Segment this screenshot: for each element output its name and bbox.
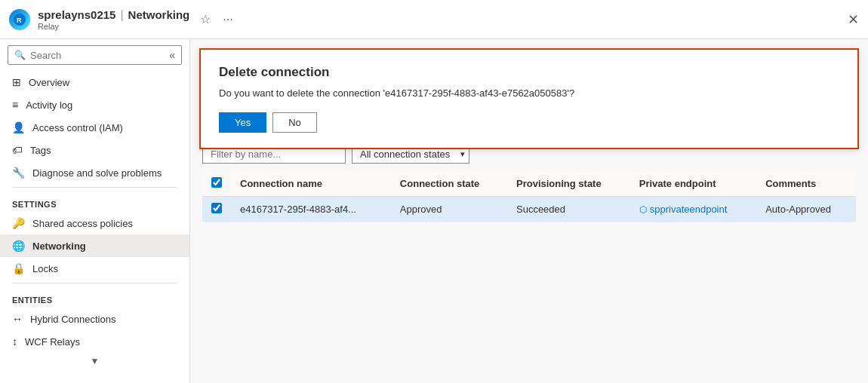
sidebar-item-hybrid-connections[interactable]: ↔ Hybrid Connections (0, 308, 189, 330)
select-all-checkbox-th[interactable] (202, 171, 231, 197)
tags-icon: 🏷 (12, 144, 23, 156)
star-button[interactable]: ☆ (197, 11, 214, 28)
search-input[interactable] (30, 50, 169, 61)
locks-label: Locks (32, 263, 58, 274)
sidebar-item-activity-log[interactable]: ≡ Activity log (0, 93, 189, 116)
sidebar-item-networking[interactable]: 🌐 Networking (0, 234, 189, 257)
entities-section-label: Entities (0, 286, 189, 308)
yes-button[interactable]: Yes (219, 112, 266, 133)
shared-access-icon: 🔑 (12, 217, 25, 229)
networking-icon: 🌐 (12, 240, 25, 252)
dialog-title: Delete connection (219, 65, 839, 80)
tags-label: Tags (30, 145, 51, 156)
connections-table: Connection name Connection state Provisi… (202, 171, 856, 222)
title-separator: | (120, 8, 123, 22)
shared-access-label: Shared access policies (32, 218, 133, 229)
sidebar-item-shared-access[interactable]: 🔑 Shared access policies (0, 212, 189, 234)
wcf-relays-label: WCF Relays (25, 336, 80, 348)
title-actions: ☆ ··· (197, 11, 235, 28)
networking-label: Networking (32, 241, 86, 252)
more-button[interactable]: ··· (220, 11, 235, 28)
settings-section-label: Settings (0, 191, 189, 212)
sidebar-item-access-control[interactable]: 👤 Access control (IAM) (0, 116, 189, 139)
table-header: Connection name Connection state Provisi… (202, 171, 856, 197)
sidebar-item-overview[interactable]: ⊞ Overview (0, 71, 189, 93)
sidebar-item-tags[interactable]: 🏷 Tags (0, 139, 189, 161)
delete-dialog: Delete connection Do you want to delete … (199, 48, 859, 149)
no-button[interactable]: No (272, 112, 317, 133)
th-private-endpoint: Private endpoint (630, 171, 756, 197)
search-icon: 🔍 (14, 50, 26, 60)
title-bar-text-wrap: sprelayns0215 | Networking Relay (38, 8, 189, 31)
sidebar: 🔍 « ⊞ Overview ≡ Activity log 👤 Access c… (0, 39, 190, 383)
th-connection-name: Connection name (231, 171, 391, 197)
close-button[interactable]: ✕ (848, 11, 859, 28)
row-private-endpoint[interactable]: ⬡ spprivateendpoint (630, 197, 756, 222)
row-connection-name: e4167317-295f-4883-af4... (231, 197, 391, 222)
entities-divider (12, 283, 177, 283)
collapse-icon[interactable]: « (169, 49, 175, 61)
endpoint-link[interactable]: ⬡ spprivateendpoint (639, 204, 747, 215)
overview-icon: ⊞ (12, 76, 21, 88)
resource-icon: R (9, 9, 30, 30)
th-comments: Comments (756, 171, 856, 197)
select-all-checkbox[interactable] (211, 177, 222, 188)
diagnose-label: Diagnose and solve problems (32, 167, 162, 179)
row-provisioning-state: Succeeded (507, 197, 630, 222)
row-connection-state: Approved (391, 197, 507, 222)
page-name: Networking (128, 8, 190, 21)
locks-icon: 🔒 (12, 262, 25, 274)
table-row[interactable]: e4167317-295f-4883-af4... Approved Succe… (202, 197, 856, 222)
sidebar-item-locks[interactable]: 🔒 Locks (0, 257, 189, 280)
resource-name: sprelayns0215 (38, 8, 115, 21)
dialog-message: Do you want to delete the connection 'e4… (219, 87, 839, 99)
row-checkbox-cell[interactable] (202, 197, 231, 222)
activity-log-icon: ≡ (12, 99, 18, 111)
content-area: Delete connection Do you want to delete … (190, 39, 868, 383)
access-control-label: Access control (IAM) (32, 122, 123, 133)
overview-label: Overview (29, 77, 69, 88)
scroll-down-arrow: ▼ (0, 353, 189, 369)
table-body: e4167317-295f-4883-af4... Approved Succe… (202, 197, 856, 222)
sidebar-item-wcf-relays[interactable]: ↕ WCF Relays (0, 330, 189, 353)
table-header-row: Connection name Connection state Provisi… (202, 171, 856, 197)
row-comments: Auto-Approved (756, 197, 856, 222)
row-checkbox[interactable] (211, 203, 222, 213)
hybrid-connections-icon: ↔ (12, 313, 23, 325)
sidebar-item-diagnose[interactable]: 🔧 Diagnose and solve problems (0, 161, 189, 184)
dialog-buttons: Yes No (219, 112, 839, 133)
th-connection-state: Connection state (391, 171, 507, 197)
settings-divider (12, 187, 177, 188)
search-bar[interactable]: 🔍 « (8, 45, 182, 65)
wcf-relays-icon: ↕ (12, 336, 17, 348)
activity-log-label: Activity log (26, 100, 72, 111)
hybrid-connections-label: Hybrid Connections (30, 314, 115, 325)
resource-type: Relay (38, 22, 189, 31)
diagnose-icon: 🔧 (12, 167, 25, 179)
endpoint-icon: ⬡ (639, 204, 647, 215)
title-bar: R sprelayns0215 | Networking Relay ☆ ···… (0, 0, 868, 39)
iam-icon: 👤 (12, 121, 25, 133)
th-provisioning-state: Provisioning state (507, 171, 630, 197)
svg-text:R: R (17, 17, 22, 24)
